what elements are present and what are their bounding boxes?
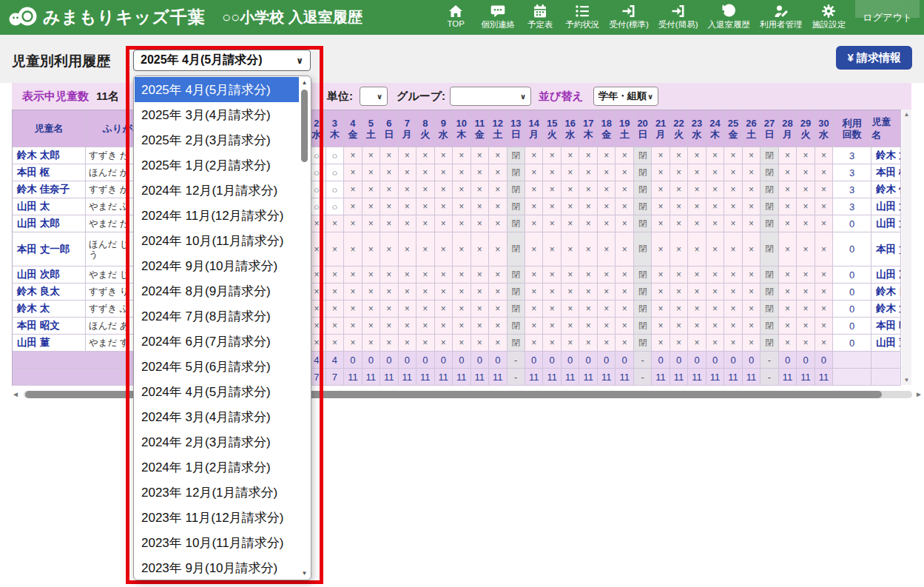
child-name-right[interactable]: 鈴木 良太 <box>871 284 901 301</box>
col-header-day: 6日 <box>380 110 398 147</box>
day-mark-cell: × <box>543 335 561 352</box>
child-name-right[interactable]: 鈴木 太 <box>871 301 901 318</box>
day-mark-cell: × <box>688 284 706 301</box>
scroll-right-icon[interactable]: ► <box>915 390 923 398</box>
day-mark-cell: × <box>598 164 616 181</box>
logout-button[interactable]: ログアウト <box>855 0 920 35</box>
child-name-link[interactable]: 鈴木 佳奈子 <box>13 181 86 198</box>
child-name-link[interactable]: 山田 太 <box>13 198 86 215</box>
nav-individual-contact[interactable]: 個別連絡 <box>481 0 515 30</box>
month-option[interactable]: 2025年 3月(4月請求分) <box>135 102 299 127</box>
child-name-right[interactable]: 本田 枢 <box>871 164 901 181</box>
sort-select[interactable]: 学年・組順∨ <box>593 87 658 106</box>
day-mark-cell: × <box>779 335 797 352</box>
scroll-up-icon[interactable]: ▲ <box>300 78 309 87</box>
scroll-down-icon[interactable]: ▼ <box>904 375 910 385</box>
month-select[interactable]: 2025年 4月(5月請求分) ∨ <box>133 50 311 71</box>
child-name-link[interactable]: 鈴木 良太 <box>13 284 86 301</box>
nav-reception-standard[interactable]: 受付(標準) <box>609 0 649 30</box>
day-mark-cell: × <box>579 181 597 198</box>
logout-label: ログアウト <box>863 11 912 24</box>
day-mark-cell: × <box>362 266 380 284</box>
day-mark-cell: × <box>435 215 453 232</box>
day-mark-cell: × <box>797 181 815 198</box>
day-mark-cell: × <box>326 266 344 284</box>
col-header-day: 23水 <box>688 110 706 147</box>
footer-day-total: 0 <box>598 352 616 369</box>
app-logo[interactable]: みまもりキッズ千葉 <box>0 4 222 32</box>
month-option[interactable]: 2024年 8月(9月請求分) <box>135 278 299 303</box>
child-name-right[interactable]: 山田 太 <box>871 198 901 215</box>
month-option[interactable]: 2024年 7月(8月請求分) <box>135 303 299 329</box>
comment-icon <box>490 3 505 19</box>
nav-facility-settings[interactable]: 施設設定 <box>812 0 846 30</box>
month-option[interactable]: 2024年 10月(11月請求分) <box>135 228 299 253</box>
month-option[interactable]: 2024年 4月(5月請求分) <box>135 379 299 404</box>
day-mark-cell: 閉 <box>761 335 778 352</box>
nav-reservation-status[interactable]: 予約状況 <box>565 0 599 30</box>
month-option[interactable]: 2024年 1月(2月請求分) <box>135 454 299 480</box>
month-option[interactable]: 2024年 9月(10月請求分) <box>135 253 299 278</box>
month-option[interactable]: 2023年 11月(12月請求分) <box>135 505 299 530</box>
day-mark-cell: × <box>652 164 670 181</box>
table-vertical-scrollbar[interactable]: ▲ ▼ <box>902 110 911 385</box>
day-mark-cell: × <box>435 284 453 301</box>
month-option[interactable]: 2024年 3月(4月請求分) <box>135 404 299 429</box>
month-option[interactable]: 2025年 4月(5月請求分) <box>135 77 299 102</box>
day-mark-cell: × <box>543 301 561 318</box>
child-name-right[interactable]: 鈴木 太郎 <box>871 147 901 164</box>
month-option[interactable]: 2024年 12月(1月請求分) <box>135 178 299 203</box>
child-name-right[interactable]: 本田 昭文 <box>871 318 901 335</box>
child-name-right[interactable]: 山田 太郎 <box>871 215 901 232</box>
unit-select[interactable]: ∨ <box>360 87 388 106</box>
scroll-up-icon[interactable]: ▲ <box>904 110 910 119</box>
day-mark-cell: × <box>797 301 815 318</box>
child-name-link[interactable]: 鈴木 太郎 <box>13 147 86 164</box>
child-name-right[interactable]: 山田 菫 <box>871 335 901 352</box>
month-option[interactable]: 2025年 2月(3月請求分) <box>135 127 299 152</box>
day-mark-cell: × <box>489 215 507 232</box>
footer-day-total: 0 <box>543 352 561 369</box>
month-option[interactable]: 2025年 1月(2月請求分) <box>135 152 299 178</box>
month-option[interactable]: 2024年 2月(3月請求分) <box>135 429 299 454</box>
child-name-link[interactable]: 山田 菫 <box>13 335 86 352</box>
child-name-link[interactable]: 鈴木 太 <box>13 301 86 318</box>
month-option[interactable]: 2024年 11月(12月請求分) <box>135 203 299 228</box>
child-name-right[interactable]: 鈴木 佳奈子 <box>871 181 901 198</box>
day-mark-cell: × <box>724 164 742 181</box>
scrollbar-thumb[interactable] <box>301 90 308 162</box>
day-mark-cell: × <box>489 164 507 181</box>
child-name-link[interactable]: 本田 枢 <box>13 164 86 181</box>
month-option[interactable]: 2023年 10月(11月請求分) <box>135 530 299 555</box>
nav-reception-simple[interactable]: 受付(簡易) <box>658 0 698 30</box>
day-mark-cell: × <box>417 318 434 335</box>
scroll-down-icon[interactable]: ▼ <box>300 568 309 578</box>
nav-entry-exit-history[interactable]: 入退室履歴 <box>707 0 750 30</box>
usage-count-cell: 3 <box>833 164 871 181</box>
day-mark-cell: × <box>435 266 453 284</box>
child-name-link[interactable]: 山田 次郎 <box>13 266 86 284</box>
month-option[interactable]: 2023年 9月(10月請求分) <box>135 555 299 580</box>
child-name-right[interactable]: 山田 次郎 <box>871 266 901 284</box>
dropdown-scrollbar[interactable]: ▲ ▼ <box>300 78 309 578</box>
month-option[interactable]: 2023年 12月(1月請求分) <box>135 480 299 505</box>
footer-day-total: 0 <box>743 352 761 369</box>
child-name-link[interactable]: 本田 昭文 <box>13 318 86 335</box>
day-mark-cell: × <box>707 232 724 266</box>
nav-schedule[interactable]: 予定表 <box>525 0 556 30</box>
footer-day-total: 11 <box>616 369 633 386</box>
child-name-link[interactable]: 本田 丈一郎 <box>13 232 86 266</box>
month-option[interactable]: 2024年 6月(7月請求分) <box>135 329 299 354</box>
scroll-left-icon[interactable]: ◄ <box>12 390 19 398</box>
day-mark-cell: × <box>525 318 543 335</box>
col-header-day: 20日 <box>634 110 652 147</box>
nav-top[interactable]: TOP <box>440 0 471 28</box>
month-option[interactable]: 2024年 5月(6月請求分) <box>135 354 299 379</box>
day-mark-cell: × <box>815 147 833 164</box>
day-mark-cell: × <box>380 147 398 164</box>
billing-info-button[interactable]: ¥ 請求情報 <box>836 46 912 70</box>
child-name-right[interactable]: 本田 丈一郎 <box>871 232 901 266</box>
child-name-link[interactable]: 山田 太郎 <box>13 215 86 232</box>
group-select[interactable]: ∨ <box>450 87 531 106</box>
nav-user-management[interactable]: 利用者管理 <box>760 0 803 30</box>
